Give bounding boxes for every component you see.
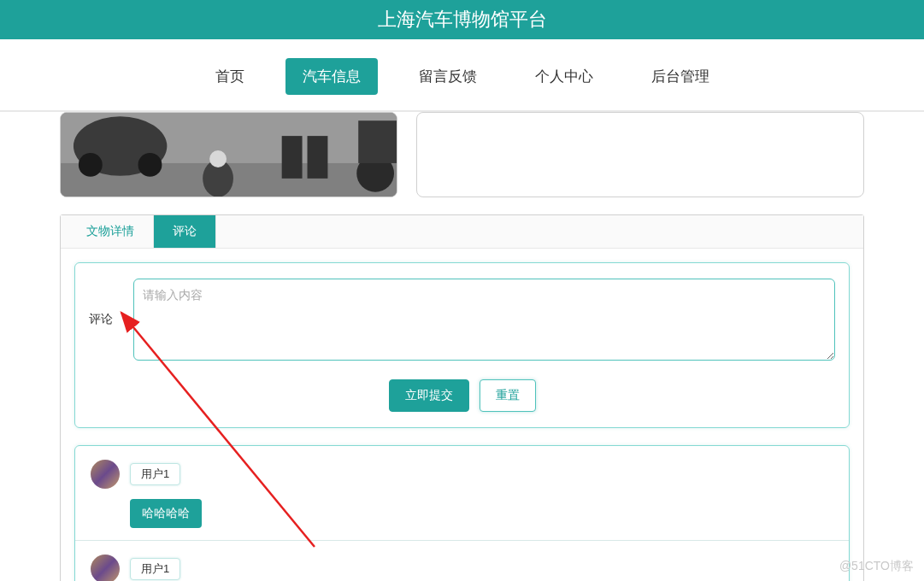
watermark: @51CTO博客 [839, 559, 914, 574]
svg-rect-7 [282, 136, 303, 179]
header-title: 上海汽车博物馆平台 [0, 0, 924, 39]
nav-car-info[interactable]: 汽车信息 [285, 58, 378, 95]
tab-bar: 文物详情 评论 [61, 215, 863, 249]
comment-header: 用户1 [91, 555, 833, 581]
avatar [91, 460, 120, 489]
nav-admin[interactable]: 后台管理 [634, 58, 727, 95]
detail-panel: 文物详情 评论 评论 立即提交 重置 用户1 [60, 214, 864, 581]
comment-label: 评论 [89, 312, 123, 327]
comment-header: 用户1 [91, 460, 833, 489]
comment-list: 用户1 哈哈哈哈 用户1 [74, 445, 850, 581]
svg-point-4 [138, 153, 162, 177]
username-badge: 用户1 [130, 463, 180, 485]
svg-rect-10 [358, 120, 397, 163]
username-badge: 用户1 [130, 558, 180, 580]
avatar [91, 555, 120, 581]
comment-textarea[interactable] [133, 279, 835, 361]
tab-content: 评论 立即提交 重置 用户1 哈哈哈哈 [61, 249, 863, 581]
form-buttons: 立即提交 重置 [89, 379, 835, 412]
svg-point-3 [79, 153, 103, 177]
comment-input-row: 评论 [89, 279, 835, 361]
tab-comments[interactable]: 评论 [154, 215, 216, 248]
comment-form: 评论 立即提交 重置 [74, 262, 850, 428]
nav-home[interactable]: 首页 [198, 58, 262, 95]
content-area: 文物详情 评论 评论 立即提交 重置 用户1 [0, 112, 924, 581]
tab-detail[interactable]: 文物详情 [68, 215, 154, 248]
main-nav: 首页 汽车信息 留言反馈 个人中心 后台管理 [0, 39, 924, 112]
comment-body: 哈哈哈哈 [130, 499, 833, 528]
comment-item: 用户1 [75, 541, 849, 581]
svg-rect-8 [308, 136, 328, 179]
comment-text: 哈哈哈哈 [130, 499, 202, 528]
detail-row [60, 112, 864, 206]
artifact-photo [60, 112, 397, 197]
nav-feedback[interactable]: 留言反馈 [402, 58, 494, 95]
comment-item: 用户1 哈哈哈哈 [75, 446, 849, 541]
nav-profile[interactable]: 个人中心 [518, 58, 610, 95]
artifact-info-panel [416, 112, 864, 197]
reset-button[interactable]: 重置 [480, 379, 536, 412]
submit-button[interactable]: 立即提交 [389, 379, 469, 412]
svg-point-6 [209, 150, 227, 167]
